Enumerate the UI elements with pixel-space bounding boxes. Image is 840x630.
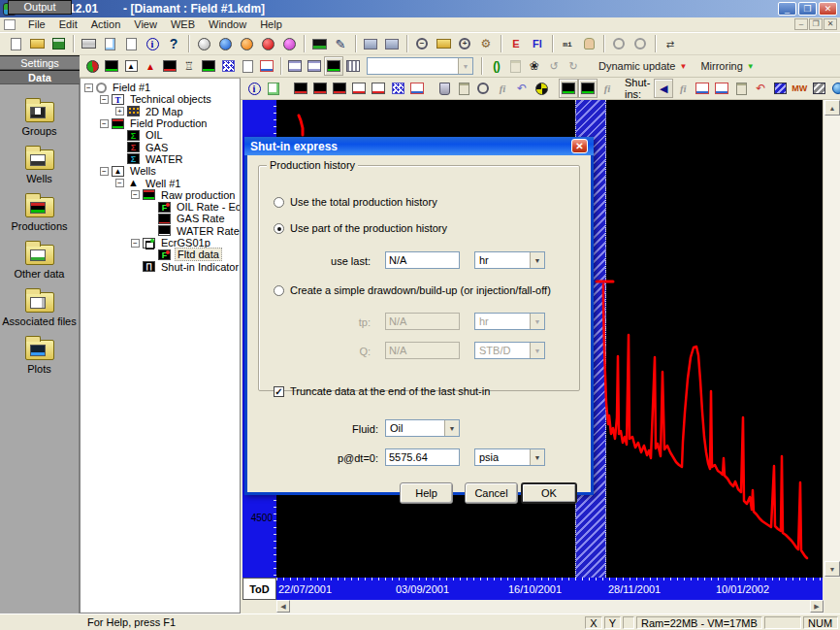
plot-burst-icon[interactable] xyxy=(532,79,551,98)
tree-item-shutin-indicator[interactable]: Shut-in Indicator xyxy=(81,260,240,272)
tree-item-water[interactable]: WATER xyxy=(81,153,240,165)
find-binoculars-icon[interactable] xyxy=(525,56,544,76)
radio-icon-selected[interactable] xyxy=(274,223,284,234)
p-unit-combo[interactable]: psia xyxy=(474,448,545,466)
zoom-out-icon[interactable] xyxy=(411,33,433,54)
print-icon[interactable] xyxy=(78,33,99,54)
list-view-icon[interactable] xyxy=(285,56,305,76)
menu-help[interactable]: Help xyxy=(253,17,289,32)
mdi-document-icon[interactable] xyxy=(4,19,16,30)
module-orange-ball-icon[interactable] xyxy=(236,33,257,54)
shutin-undo-icon[interactable] xyxy=(751,79,770,98)
combo-dropdown-icon[interactable] xyxy=(444,420,459,436)
collapse-icon[interactable] xyxy=(131,190,140,199)
plot-view-icon[interactable] xyxy=(324,56,343,76)
menu-action[interactable]: Action xyxy=(84,17,128,32)
chart-production-icon[interactable] xyxy=(160,56,179,76)
scroll-right-icon[interactable]: ▶ xyxy=(810,600,824,613)
plot-type-bars-icon[interactable] xyxy=(330,79,349,98)
sidebar-item-other-data[interactable]: Other data xyxy=(1,245,79,280)
tree-item-field-production[interactable]: Field Production xyxy=(81,117,240,129)
module-magenta-ball-icon[interactable] xyxy=(278,33,300,54)
chart-red-green-icon[interactable] xyxy=(102,56,121,76)
radio-simple-drawdown[interactable]: Create a simple drawdown/build-up (or in… xyxy=(274,284,551,296)
plot-type-square-icon[interactable] xyxy=(369,79,388,98)
tree-item-oil-rate[interactable]: OIL Rate - EcrGS01q xyxy=(81,201,240,213)
ruler-icon[interactable] xyxy=(557,33,578,54)
help-button[interactable]: Help xyxy=(400,482,453,504)
collapse-icon[interactable] xyxy=(84,83,93,92)
mdi-close-button[interactable]: ✕ xyxy=(824,18,837,30)
dynamic-update-dropdown-icon[interactable] xyxy=(680,62,688,71)
chart-triangle-icon[interactable] xyxy=(121,56,141,76)
tree-item-fltd-data[interactable]: Fltd data xyxy=(81,249,240,260)
menu-window[interactable]: Window xyxy=(202,17,253,32)
colored-ball-icon[interactable] xyxy=(82,56,102,76)
mirroring-button[interactable]: Mirroring xyxy=(700,60,742,72)
plot-clipboard-icon[interactable] xyxy=(454,79,473,98)
radio-icon[interactable] xyxy=(274,197,284,208)
paste-picture-icon[interactable] xyxy=(381,33,403,54)
tree-item-gas-rate[interactable]: GAS Rate xyxy=(81,213,240,224)
truncate-checkbox-row[interactable]: Truncate data at the end of the last shu… xyxy=(274,385,490,397)
tree-item-raw-production[interactable]: Raw production xyxy=(81,189,240,201)
plot-type-scatter-icon[interactable] xyxy=(388,79,407,98)
expand-icon[interactable] xyxy=(115,107,124,116)
dynamic-update-button[interactable]: Dynamic update xyxy=(598,60,676,72)
use-last-unit-combo[interactable]: hr xyxy=(474,251,545,269)
copy-picture-icon[interactable] xyxy=(360,33,381,54)
plot-vertical-scrollbar[interactable]: ▲ ▼ xyxy=(823,100,840,578)
mdi-minimize-button[interactable]: – xyxy=(794,18,808,30)
edit-pencil-icon[interactable] xyxy=(330,33,351,54)
use-last-input[interactable] xyxy=(385,251,460,269)
scroll-left-icon[interactable]: ◀ xyxy=(276,600,290,613)
plot-type-line-icon[interactable] xyxy=(310,79,330,98)
chart-color-icon[interactable] xyxy=(257,56,276,76)
plot-curve-b-icon[interactable] xyxy=(578,79,598,98)
tree-item-ecrgs01p[interactable]: EcrGS01p xyxy=(81,237,240,249)
combo-dropdown-icon[interactable] xyxy=(530,252,544,268)
module-blue-ball-icon[interactable] xyxy=(214,33,236,54)
module-gray-ball-icon[interactable] xyxy=(193,33,214,54)
sidebar-item-groups[interactable]: Groups xyxy=(1,102,79,137)
open-file-icon[interactable] xyxy=(26,33,48,54)
magnifier-icon[interactable] xyxy=(630,33,651,54)
tree-item-field-1[interactable]: Field #1 xyxy=(81,82,240,93)
sidebar-item-productions[interactable]: Productions xyxy=(1,197,79,232)
red-triangle-icon[interactable] xyxy=(141,56,160,76)
gauge-selector-combo[interactable] xyxy=(367,57,473,75)
plot-type-grid-icon[interactable] xyxy=(407,79,427,98)
info-icon[interactable] xyxy=(142,33,163,54)
combo-dropdown-icon[interactable] xyxy=(530,449,544,465)
refresh-parens-icon[interactable] xyxy=(486,56,505,76)
page-setup-icon[interactable] xyxy=(120,33,142,54)
report-icon[interactable] xyxy=(238,56,257,76)
plot-settings-icon[interactable] xyxy=(475,33,497,54)
collapse-icon[interactable] xyxy=(131,239,140,248)
tree-item-2d-map[interactable]: 2D Map xyxy=(81,106,240,117)
plot-trash-icon[interactable] xyxy=(435,79,454,98)
ok-button[interactable]: OK xyxy=(521,482,577,504)
sidebar-item-wells[interactable]: Wells xyxy=(1,149,79,184)
p-at-dt0-input[interactable] xyxy=(385,448,460,466)
truncate-checkbox[interactable] xyxy=(274,386,284,397)
tree-item-well-1[interactable]: Well #1 xyxy=(81,177,240,188)
save-icon[interactable] xyxy=(48,33,69,54)
zoom-reset-icon[interactable] xyxy=(433,33,454,54)
scroll-up-icon[interactable]: ▲ xyxy=(824,100,840,116)
rows-view-icon[interactable] xyxy=(305,56,324,76)
plot-export-icon[interactable] xyxy=(264,79,283,98)
collapse-icon[interactable] xyxy=(100,119,109,128)
scroll-down-icon[interactable]: ▼ xyxy=(824,561,840,577)
well-derrick-icon[interactable] xyxy=(179,56,199,76)
sidebar-tab-settings[interactable]: Settings xyxy=(0,55,80,70)
fluid-combo[interactable]: Oil xyxy=(385,419,460,437)
collapse-icon[interactable] xyxy=(115,179,124,187)
mdi-restore-button[interactable]: ❐ xyxy=(809,18,823,30)
new-file-icon[interactable] xyxy=(5,33,26,54)
dialog-title-bar[interactable]: Shut-in express ✕ xyxy=(244,137,594,155)
chart-black-icon[interactable] xyxy=(199,56,218,76)
plot-type-steps-icon[interactable] xyxy=(349,79,369,98)
columns-view-icon[interactable] xyxy=(343,56,363,76)
plot-horizontal-scrollbar[interactable]: ◀ ▶ xyxy=(276,600,824,613)
